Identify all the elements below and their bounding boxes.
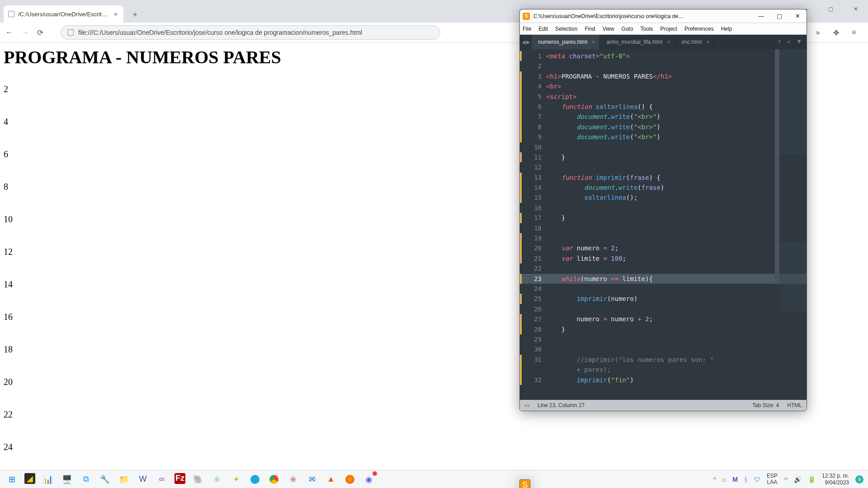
menu-preferences[interactable]: Preferences xyxy=(684,26,714,32)
menu-icon[interactable]: ≡ xyxy=(850,28,858,37)
close-icon[interactable]: × xyxy=(592,39,595,45)
app-icon[interactable]: ✦ xyxy=(230,473,242,486)
battery-icon[interactable]: 🔋 xyxy=(808,476,816,483)
vscode-icon[interactable]: ⧉ xyxy=(80,473,92,486)
language-indicator[interactable]: ESP LAA xyxy=(767,473,778,485)
browser-tab-title: /C:/Users/usuar/OneDrive/Escritorio xyxy=(18,11,109,18)
maximize-button[interactable]: ▢ xyxy=(770,13,788,19)
editor-tab-label: numeros_pares.html xyxy=(538,39,587,45)
maximize-button[interactable]: ▢ xyxy=(818,0,843,18)
close-icon[interactable]: × xyxy=(706,39,709,45)
vlc-icon[interactable]: ▲ xyxy=(325,473,337,486)
nav-forward-icon[interactable]: ▶ xyxy=(526,39,530,45)
editor-tab[interactable]: numeros_pares.html× xyxy=(532,35,600,49)
menu-file[interactable]: File xyxy=(523,26,531,32)
close-icon[interactable]: × xyxy=(667,39,670,45)
sublime-titlebar: S C:\Users\usuar\OneDrive\Escritorio\jos… xyxy=(520,9,807,23)
app-icon[interactable]: 📊 xyxy=(42,473,54,486)
opera-icon[interactable] xyxy=(249,473,261,486)
menu-view[interactable]: View xyxy=(603,26,614,32)
clock[interactable]: 12:32 p. m. 9/04/2023 xyxy=(822,473,849,486)
extensions-icon[interactable]: » xyxy=(814,28,822,37)
sublime-icon[interactable]: S xyxy=(519,479,530,488)
statusbar-toggle-icon[interactable]: ▭ xyxy=(524,402,529,408)
close-icon[interactable]: × xyxy=(113,11,119,18)
new-tab-icon[interactable]: ＋ xyxy=(786,38,792,46)
file-icon xyxy=(8,11,14,17)
security-icon[interactable]: 🛡 xyxy=(754,476,760,483)
menu-project[interactable]: Project xyxy=(660,26,677,32)
app-icon[interactable]: ❀ xyxy=(287,473,299,486)
word-icon[interactable]: W xyxy=(137,473,149,486)
output-number: 24 xyxy=(4,442,864,452)
menu-goto[interactable]: Goto xyxy=(622,26,633,32)
line-gutter: 1234567891011121314151617181920212223242… xyxy=(520,49,546,400)
sublime-window: S C:\Users\usuar\OneDrive\Escritorio\jos… xyxy=(519,9,807,411)
sublime-statusbar: ▭ Line 23, Column 27 Tab Size: 4 HTML xyxy=(520,400,807,411)
menu-find[interactable]: Find xyxy=(585,26,595,32)
menu-selection[interactable]: Selection xyxy=(555,26,577,32)
tray-app-icon[interactable]: M xyxy=(732,476,738,483)
firefox-icon[interactable] xyxy=(344,473,356,486)
app-icon[interactable]: 🖥️ xyxy=(61,473,73,486)
address-bar[interactable]: file:///C:/Users/usuar/OneDrive/Escritor… xyxy=(61,25,440,40)
wifi-icon[interactable]: ⌔ xyxy=(784,476,788,483)
back-button[interactable]: ← xyxy=(5,28,13,37)
tab-dropdown-icon[interactable]: ▼ xyxy=(796,38,802,46)
sublime-title: C:\Users\usuar\OneDrive\Escritorio\jose\… xyxy=(533,13,749,19)
menu-help[interactable]: Help xyxy=(721,26,732,32)
app-icon[interactable]: ◢ xyxy=(24,473,35,484)
filezilla-icon[interactable]: Fz xyxy=(175,473,185,484)
app-icon[interactable]: ⚛ xyxy=(211,473,223,486)
app-icon[interactable]: 🔧 xyxy=(99,473,111,486)
minimize-button[interactable]: — xyxy=(752,13,770,19)
nav-back-icon[interactable]: ◀ xyxy=(522,39,525,45)
postgres-icon[interactable]: 🐘 xyxy=(192,473,204,486)
close-button[interactable]: ✕ xyxy=(788,13,807,19)
editor-tab-label: anho_mundial_fifa.html xyxy=(606,39,662,45)
bluetooth-icon[interactable]: ᛒ xyxy=(744,476,748,483)
scrollbar[interactable] xyxy=(775,49,779,284)
visual-studio-icon[interactable]: ∞ xyxy=(156,473,168,486)
forward-button[interactable]: → xyxy=(21,28,29,37)
volume-icon[interactable]: 🔊 xyxy=(794,476,802,483)
close-all-icon[interactable]: × xyxy=(778,38,782,46)
close-button[interactable]: ✕ xyxy=(843,0,868,18)
browser-tab[interactable]: /C:/Users/usuar/OneDrive/Escritorio × xyxy=(4,5,123,23)
tray-overflow-icon[interactable]: ^ xyxy=(713,476,716,483)
taskbar-apps: ⊞ ◢ 📊 🖥️ ⧉ 🔧 📁 W ∞ Fz 🐘 ⚛ ✦ ❀ ✉ ▲ ◉ S xyxy=(5,473,375,486)
sublime-tabbar: ◀ ▶ numeros_pares.html×anho_mundial_fifa… xyxy=(520,35,807,49)
sublime-editor[interactable]: 1234567891011121314151617181920212223242… xyxy=(520,49,807,400)
menu-edit[interactable]: Edit xyxy=(538,26,548,32)
mail-icon[interactable]: ✉ xyxy=(306,473,318,486)
taskbar: ⊞ ◢ 📊 🖥️ ⧉ 🔧 📁 W ∞ Fz 🐘 ⚛ ✦ ❀ ✉ ▲ ◉ S ^ … xyxy=(0,470,868,488)
sublime-menubar: FileEditSelectionFindViewGotoToolsProjec… xyxy=(520,23,807,35)
tray-app-icon[interactable]: ⌂ xyxy=(722,476,726,483)
file-icon xyxy=(67,29,74,36)
sublime-logo-icon: S xyxy=(523,13,530,20)
url-text: file:///C:/Users/usuar/OneDrive/Escritor… xyxy=(78,29,362,36)
extensions-puzzle-icon[interactable]: ✥ xyxy=(832,28,840,37)
editor-tab[interactable]: imc.html× xyxy=(675,35,715,49)
chrome-icon[interactable] xyxy=(268,473,280,486)
code-area[interactable]: <meta charset="utf-8"><h1>PROGRAMA - NUM… xyxy=(546,49,807,400)
discord-icon[interactable]: ◉ xyxy=(363,473,375,486)
notifications-badge[interactable]: 9 xyxy=(855,475,863,483)
tab-size[interactable]: Tab Size: 4 xyxy=(752,402,779,408)
editor-tab-label: imc.html xyxy=(682,39,702,45)
new-tab-button[interactable]: ＋ xyxy=(128,7,142,21)
system-tray: ^ ⌂ M ᛒ 🛡 ESP LAA ⌔ 🔊 🔋 12:32 p. m. 9/04… xyxy=(713,473,868,486)
reload-button[interactable]: ⟳ xyxy=(37,28,43,38)
editor-tab[interactable]: anho_mundial_fifa.html× xyxy=(600,35,675,49)
minimap[interactable] xyxy=(779,49,807,400)
cursor-position: Line 23, Column 27 xyxy=(538,402,585,408)
start-button[interactable]: ⊞ xyxy=(5,473,18,486)
syntax-mode[interactable]: HTML xyxy=(787,402,802,408)
file-explorer-icon[interactable]: 📁 xyxy=(118,473,130,486)
menu-tools[interactable]: Tools xyxy=(641,26,653,32)
